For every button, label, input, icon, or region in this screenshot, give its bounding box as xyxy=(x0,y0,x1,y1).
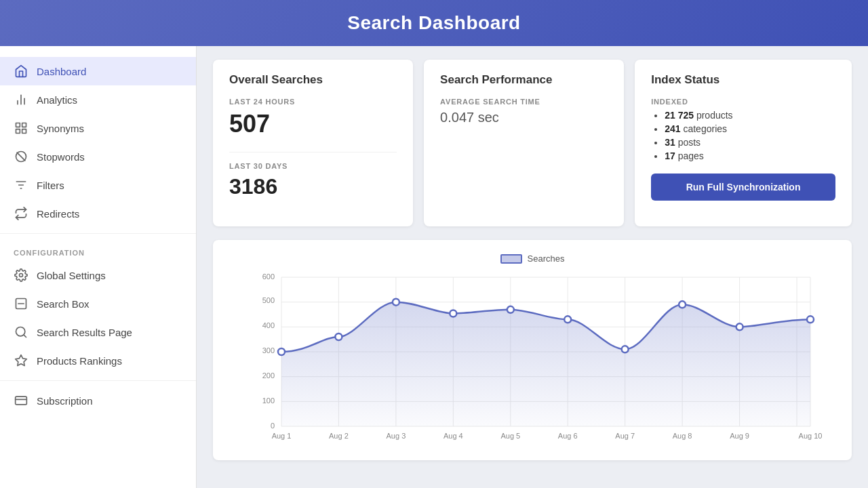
svg-point-47 xyxy=(393,299,399,306)
svg-line-16 xyxy=(24,335,26,338)
svg-text:0: 0 xyxy=(271,422,275,430)
overall-searches-title: Overall Searches xyxy=(229,73,397,87)
svg-text:600: 600 xyxy=(262,272,275,281)
legend-label-searches: Searches xyxy=(528,253,565,264)
sidebar-item-redirects[interactable]: Redirects xyxy=(0,199,196,228)
svg-text:Aug 4: Aug 4 xyxy=(443,432,463,440)
stopwords-icon xyxy=(14,149,28,164)
sync-button[interactable]: Run Full Synchronization xyxy=(651,174,835,201)
filters-icon xyxy=(14,178,28,192)
svg-point-48 xyxy=(450,310,456,317)
redirects-icon xyxy=(14,206,28,221)
sidebar-item-label-stopwords: Stopwords xyxy=(37,151,85,163)
sidebar-item-label-global-settings: Global Settings xyxy=(37,270,106,281)
svg-text:Aug 7: Aug 7 xyxy=(615,432,635,440)
overall-searches-card: Overall Searches LAST 24 HOURS 507 LAST … xyxy=(213,60,413,226)
performance-stat1-value: 0.047 sec xyxy=(440,110,608,125)
svg-point-53 xyxy=(736,323,743,330)
searches-chart: 0 100 200 300 400 500 600 xyxy=(229,270,835,447)
svg-text:200: 200 xyxy=(262,371,275,380)
overall-stat2-value: 3186 xyxy=(229,174,397,199)
sidebar-item-dashboard[interactable]: Dashboard xyxy=(0,57,196,85)
svg-text:Aug 2: Aug 2 xyxy=(329,432,349,440)
sidebar-item-label-search-box: Search Box xyxy=(37,298,90,310)
sidebar-item-label-redirects: Redirects xyxy=(37,208,79,220)
svg-marker-17 xyxy=(16,355,27,366)
sidebar: Dashboard Analytics Synonyms xyxy=(0,46,197,488)
sidebar-item-label-synonyms: Synonyms xyxy=(37,123,84,134)
products-rankings-icon xyxy=(14,353,28,368)
svg-point-46 xyxy=(335,333,342,340)
sidebar-item-synonyms[interactable]: Synonyms xyxy=(0,114,196,142)
sidebar-item-label-analytics: Analytics xyxy=(37,94,77,106)
overall-stat1-label: LAST 24 HOURS xyxy=(229,98,397,106)
cards-row: Overall Searches LAST 24 HOURS 507 LAST … xyxy=(213,60,852,226)
svg-point-45 xyxy=(278,348,285,355)
main-content: Overall Searches LAST 24 HOURS 507 LAST … xyxy=(197,46,868,488)
index-status-title: Index Status xyxy=(651,73,835,87)
sidebar-item-label-search-results-page: Search Results Page xyxy=(37,327,132,338)
svg-text:Aug 10: Aug 10 xyxy=(799,432,823,440)
search-performance-card: Search Performance AVERAGE SEARCH TIME 0… xyxy=(424,60,624,226)
index-item-posts: 31 posts xyxy=(665,137,835,148)
sidebar-item-label-products-rankings: Products Rankings xyxy=(37,355,122,367)
sidebar-item-label-subscription: Subscription xyxy=(37,395,93,407)
svg-rect-3 xyxy=(16,123,20,127)
chart-legend: Searches xyxy=(229,253,835,264)
sidebar-item-filters[interactable]: Filters xyxy=(0,171,196,199)
main-layout: Dashboard Analytics Synonyms xyxy=(0,46,868,488)
search-box-icon xyxy=(14,296,28,311)
svg-rect-4 xyxy=(22,123,26,127)
svg-point-52 xyxy=(679,301,686,308)
settings-icon xyxy=(14,268,28,283)
svg-text:400: 400 xyxy=(262,321,275,329)
svg-point-12 xyxy=(20,274,23,277)
performance-stat1-label: AVERAGE SEARCH TIME xyxy=(440,98,608,106)
index-list: 21 725 products 241 categories 31 posts … xyxy=(651,110,835,161)
home-icon xyxy=(14,64,28,79)
svg-point-49 xyxy=(507,306,514,313)
index-item-products: 21 725 products xyxy=(665,110,835,121)
sidebar-item-global-settings[interactable]: Global Settings xyxy=(0,261,196,289)
svg-text:Aug 9: Aug 9 xyxy=(730,432,749,440)
svg-rect-18 xyxy=(16,396,27,405)
index-status-card: Index Status INDEXED 21 725 products 241… xyxy=(635,60,852,226)
svg-point-51 xyxy=(622,346,629,352)
chart-card: Searches xyxy=(213,240,852,460)
sidebar-item-analytics[interactable]: Analytics xyxy=(0,85,196,114)
sidebar-item-subscription[interactable]: Subscription xyxy=(0,386,196,415)
sidebar-item-search-box[interactable]: Search Box xyxy=(0,289,196,318)
search-results-icon xyxy=(14,325,28,340)
sidebar-item-search-results-page[interactable]: Search Results Page xyxy=(0,318,196,346)
subscription-icon xyxy=(14,393,28,408)
svg-point-54 xyxy=(807,316,814,323)
svg-text:Aug 6: Aug 6 xyxy=(558,432,578,440)
svg-text:100: 100 xyxy=(262,396,275,405)
overall-stat2-label: LAST 30 DAYS xyxy=(229,162,397,170)
svg-point-50 xyxy=(564,316,571,323)
svg-line-8 xyxy=(17,152,25,161)
svg-rect-5 xyxy=(22,129,26,134)
page-title: Search Dashboard xyxy=(0,12,868,34)
legend-color-searches xyxy=(500,254,522,264)
svg-text:300: 300 xyxy=(262,346,275,354)
sidebar-item-stopwords[interactable]: Stopwords xyxy=(0,142,196,171)
svg-text:Aug 3: Aug 3 xyxy=(387,432,406,440)
svg-text:500: 500 xyxy=(262,296,275,304)
index-item-pages: 17 pages xyxy=(665,150,835,161)
svg-text:Aug 5: Aug 5 xyxy=(500,432,520,440)
svg-text:Aug 1: Aug 1 xyxy=(272,432,292,440)
overall-stat1-value: 507 xyxy=(229,110,397,138)
page-header: Search Dashboard xyxy=(0,0,868,46)
sidebar-item-label-filters: Filters xyxy=(37,180,64,191)
sidebar-item-products-rankings[interactable]: Products Rankings xyxy=(0,346,196,375)
config-section-label: CONFIGURATION xyxy=(0,239,196,261)
sidebar-divider-1 xyxy=(0,233,196,234)
analytics-icon xyxy=(14,92,28,107)
index-item-categories: 241 categories xyxy=(665,123,835,134)
synonyms-icon xyxy=(14,121,28,136)
sidebar-item-label-dashboard: Dashboard xyxy=(37,66,86,77)
search-performance-title: Search Performance xyxy=(440,73,608,87)
indexed-label: INDEXED xyxy=(651,98,835,106)
overall-divider xyxy=(229,152,397,152)
